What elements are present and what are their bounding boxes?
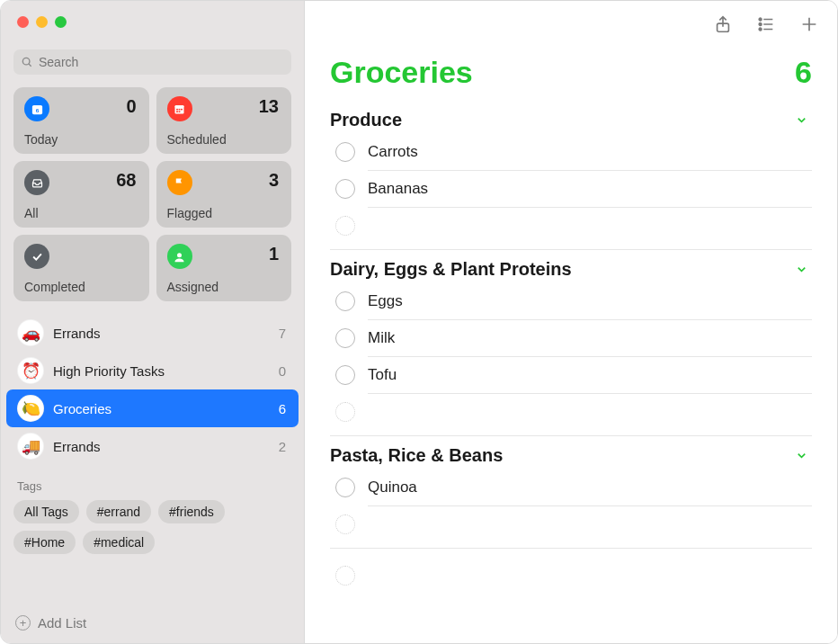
close-window-button[interactable] [17, 16, 29, 28]
section-title: Produce [330, 110, 795, 130]
share-icon [713, 14, 733, 34]
smart-assigned[interactable]: 1 Assigned [156, 235, 292, 301]
svg-line-1 [29, 64, 31, 67]
svg-rect-7 [176, 108, 178, 110]
tag-pill[interactable]: All Tags [13, 500, 79, 523]
reminder-item[interactable]: Tofu [330, 357, 812, 393]
search-input[interactable] [39, 55, 284, 69]
smart-today-label: Today [24, 132, 58, 147]
section: Pasta, Rice & BeansQuinoa [305, 436, 812, 548]
tags: All Tags#errand#friends#Home#medical [1, 496, 304, 561]
app-window: 6 0 Today 13 Scheduled 68 All [0, 0, 838, 644]
new-reminder-placeholder[interactable] [330, 394, 812, 430]
reminder-title[interactable]: Carrots [355, 143, 812, 161]
plus-icon [799, 14, 819, 34]
reminder-title[interactable]: Eggs [355, 292, 812, 310]
smart-today[interactable]: 6 0 Today [13, 87, 149, 154]
smart-lists: 6 0 Today 13 Scheduled 68 All [1, 82, 304, 309]
tag-pill[interactable]: #friends [158, 500, 225, 523]
list-bullet-icon [756, 14, 776, 34]
list-name: High Priority Tasks [53, 363, 279, 379]
calendar-icon [167, 96, 192, 121]
svg-point-16 [759, 23, 762, 26]
sidebar-list-item[interactable]: 🚗Errands7 [6, 314, 299, 352]
smart-assigned-count: 1 [269, 244, 279, 264]
list-count-badge: 6 [279, 401, 286, 416]
tag-pill[interactable]: #errand [86, 500, 151, 523]
list-count-badge: 7 [279, 326, 286, 341]
complete-toggle-placeholder[interactable] [335, 216, 355, 236]
reminder-title[interactable]: Quinoa [355, 479, 812, 496]
new-reminder-button[interactable] [799, 14, 819, 34]
new-reminder-placeholder[interactable] [330, 208, 812, 244]
smart-all[interactable]: 68 All [13, 161, 149, 228]
chevron-down-icon [795, 263, 808, 276]
complete-toggle[interactable] [335, 365, 355, 385]
tag-pill[interactable]: #Home [13, 531, 76, 554]
reminder-title[interactable]: Bananas [355, 180, 812, 198]
svg-text:6: 6 [35, 106, 39, 112]
smart-completed[interactable]: Completed [13, 235, 149, 301]
reminder-item[interactable]: Eggs [330, 283, 812, 319]
tag-pill[interactable]: #medical [83, 531, 155, 554]
share-button[interactable] [713, 14, 733, 34]
section-header[interactable]: Produce [330, 110, 812, 134]
add-list-button[interactable]: + Add List [1, 606, 304, 643]
svg-point-12 [177, 253, 182, 257]
reminder-title[interactable]: Tofu [355, 366, 812, 384]
list-color-icon: 🚚 [17, 433, 44, 460]
smart-today-count: 0 [126, 96, 136, 117]
sidebar-list-item[interactable]: 🚚Errands2 [6, 427, 299, 465]
section-header[interactable]: Pasta, Rice & Beans [330, 445, 812, 470]
svg-point-18 [759, 28, 762, 31]
complete-toggle[interactable] [335, 478, 355, 497]
reminders-content[interactable]: ProduceCarrotsBananasDairy, Eggs & Plant… [305, 101, 837, 643]
complete-toggle-placeholder[interactable] [335, 402, 355, 422]
my-lists: 🚗Errands7⏰High Priority Tasks0🍋Groceries… [1, 309, 304, 470]
complete-toggle[interactable] [335, 142, 355, 162]
section-header[interactable]: Dairy, Eggs & Plant Proteins [330, 259, 812, 283]
smart-flagged-count: 3 [269, 170, 279, 191]
smart-flagged[interactable]: 3 Flagged [156, 161, 292, 228]
list-color-icon: 🍋 [17, 395, 44, 422]
section [305, 549, 812, 599]
new-reminder-placeholder[interactable] [330, 558, 812, 594]
complete-toggle-placeholder[interactable] [335, 514, 355, 534]
view-options-button[interactable] [756, 14, 776, 34]
smart-all-count: 68 [116, 170, 136, 191]
tags-header: Tags [1, 470, 304, 496]
sidebar-list-item[interactable]: ⏰High Priority Tasks0 [6, 352, 299, 389]
new-reminder-placeholder[interactable] [330, 506, 812, 542]
checkmark-icon [24, 244, 49, 269]
complete-toggle[interactable] [335, 179, 355, 199]
search-field[interactable] [13, 49, 291, 75]
reminder-item[interactable]: Carrots [330, 134, 812, 170]
svg-rect-11 [179, 111, 181, 112]
list-name: Errands [53, 439, 279, 454]
tray-icon [24, 170, 49, 195]
sidebar: 6 0 Today 13 Scheduled 68 All [1, 1, 305, 643]
chevron-down-icon [795, 113, 808, 127]
smart-all-label: All [24, 206, 39, 220]
smart-scheduled-count: 13 [259, 96, 279, 117]
smart-scheduled[interactable]: 13 Scheduled [156, 87, 292, 154]
zoom-window-button[interactable] [55, 16, 67, 28]
reminder-title[interactable]: Milk [355, 329, 812, 347]
svg-rect-9 [181, 108, 183, 110]
search-icon [21, 56, 33, 68]
minimize-window-button[interactable] [36, 16, 48, 28]
list-color-icon: 🚗 [17, 319, 44, 346]
complete-toggle[interactable] [335, 291, 355, 311]
list-count: 6 [795, 55, 812, 90]
reminder-item[interactable]: Quinoa [330, 470, 812, 505]
reminder-item[interactable]: Bananas [330, 171, 812, 207]
smart-assigned-label: Assigned [167, 280, 219, 294]
reminder-item[interactable]: Milk [330, 320, 812, 356]
complete-toggle[interactable] [335, 328, 355, 348]
window-controls [1, 1, 304, 42]
complete-toggle-placeholder[interactable] [335, 566, 355, 586]
svg-point-14 [759, 18, 762, 21]
smart-completed-label: Completed [24, 280, 85, 294]
sidebar-list-item[interactable]: 🍋Groceries6 [6, 389, 299, 427]
add-list-label: Add List [38, 615, 86, 631]
